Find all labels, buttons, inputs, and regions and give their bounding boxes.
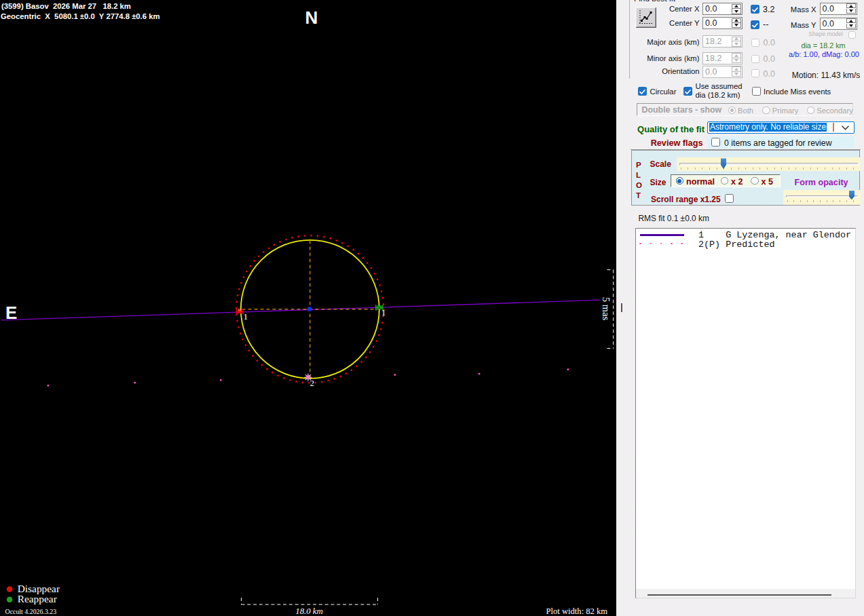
svg-text:18.0 km: 18.0 km [295,607,323,616]
svg-text:Reappear: Reappear [18,593,57,604]
svg-text:N: N [305,7,318,28]
svg-text:Geocentric X 5080.1 ±0.0 Y: Geocentric X 5080.1 ±0.0 Y 2774.8 ±0.6 k… [1,12,160,20]
svg-text:1: 1 [381,307,386,317]
svg-text:1: 1 [244,311,248,322]
svg-text:2: 2 [309,378,314,388]
svg-text:5 mas: 5 mas [601,297,612,321]
svg-text:Occult 4.2026.3.23: Occult 4.2026.3.23 [5,608,57,615]
svg-text:(3599) Basov 2026 Mar 27 18: (3599) Basov 2026 Mar 27 18.2 km [1,2,131,10]
svg-text:Plot width: 82 km: Plot width: 82 km [546,607,608,616]
